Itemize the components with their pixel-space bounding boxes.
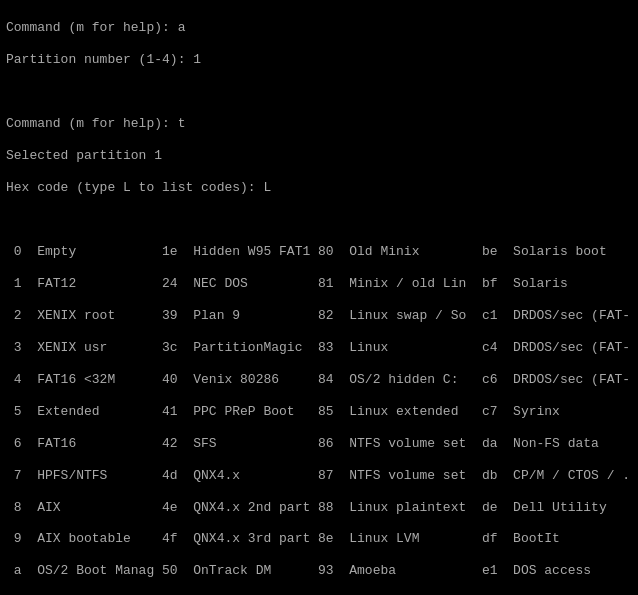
terminal-line-1: Command (m for help): a bbox=[6, 20, 185, 35]
terminal-line-12: 4 FAT16 <32M 40 Venix 80286 84 OS/2 hidd… bbox=[6, 372, 630, 387]
terminal-line-15: 7 HPFS/NTFS 4d QNX4.x 87 NTFS volume set… bbox=[6, 468, 630, 483]
terminal-line-4: Command (m for help): t bbox=[6, 116, 185, 131]
terminal-line-9: 1 FAT12 24 NEC DOS 81 Minix / old Lin bf… bbox=[6, 276, 568, 291]
terminal-line-17: 9 AIX bootable 4f QNX4.x 3rd part 8e Lin… bbox=[6, 531, 560, 546]
terminal-line-11: 3 XENIX usr 3c PartitionMagic 83 Linux c… bbox=[6, 340, 630, 355]
terminal-line-14: 6 FAT16 42 SFS 86 NTFS volume set da Non… bbox=[6, 436, 599, 451]
terminal-line-8: 0 Empty 1e Hidden W95 FAT1 80 Old Minix … bbox=[6, 244, 607, 259]
terminal-line-16: 8 AIX 4e QNX4.x 2nd part 88 Linux plaint… bbox=[6, 500, 607, 515]
terminal-line-2: Partition number (1-4): 1 bbox=[6, 52, 201, 67]
terminal-line-18: a OS/2 Boot Manag 50 OnTrack DM 93 Amoeb… bbox=[6, 563, 591, 578]
terminal-output: Command (m for help): a Partition number… bbox=[6, 4, 632, 595]
terminal-line-13: 5 Extended 41 PPC PReP Boot 85 Linux ext… bbox=[6, 404, 560, 419]
terminal-line-6: Hex code (type L to list codes): L bbox=[6, 180, 271, 195]
terminal-line-10: 2 XENIX root 39 Plan 9 82 Linux swap / S… bbox=[6, 308, 630, 323]
terminal-line-5: Selected partition 1 bbox=[6, 148, 162, 163]
